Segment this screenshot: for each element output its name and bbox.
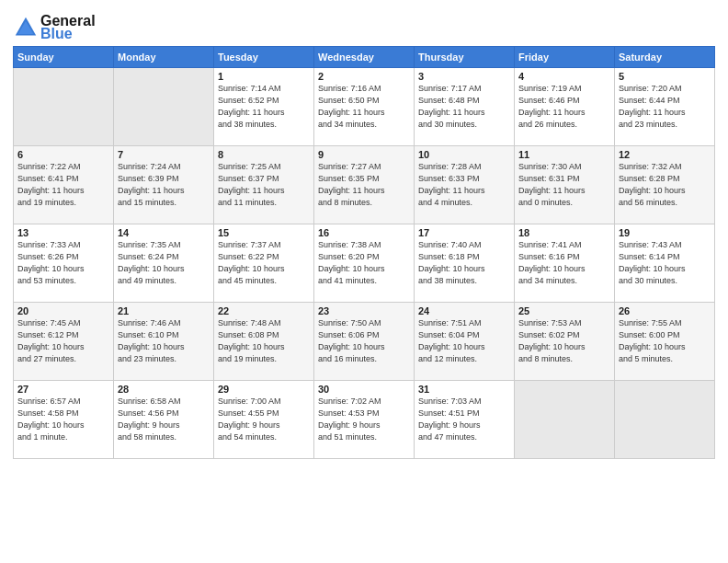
week-row-4: 20Sunrise: 7:45 AM Sunset: 6:12 PM Dayli… [14,303,715,381]
week-row-1: 1Sunrise: 7:14 AM Sunset: 6:52 PM Daylig… [14,68,715,146]
page-container: General Blue SundayMondayTuesdayWednesda… [0,0,728,465]
day-number: 28 [118,384,210,395]
day-cell: 29Sunrise: 7:00 AM Sunset: 4:55 PM Dayli… [214,381,314,459]
day-number: 21 [118,305,210,316]
day-cell: 13Sunrise: 7:33 AM Sunset: 6:26 PM Dayli… [14,224,114,303]
day-number: 3 [418,71,510,82]
day-cell: 19Sunrise: 7:43 AM Sunset: 6:14 PM Dayli… [615,224,715,303]
day-cell [515,381,615,459]
day-number: 6 [17,149,109,160]
day-number: 25 [518,305,610,316]
weekday-header-sunday: Sunday [14,47,114,68]
weekday-header-row: SundayMondayTuesdayWednesdayThursdayFrid… [14,47,715,68]
day-cell: 22Sunrise: 7:48 AM Sunset: 6:08 PM Dayli… [214,303,314,381]
day-number: 27 [17,384,109,395]
day-number: 9 [318,149,410,160]
logo-icon [13,15,39,40]
weekday-header-wednesday: Wednesday [314,47,415,68]
day-cell: 25Sunrise: 7:53 AM Sunset: 6:02 PM Dayli… [515,303,615,381]
day-info: Sunrise: 7:55 AM Sunset: 6:00 PM Dayligh… [619,317,711,365]
day-cell: 20Sunrise: 7:45 AM Sunset: 6:12 PM Dayli… [14,303,114,381]
day-number: 26 [619,305,711,316]
day-cell: 12Sunrise: 7:32 AM Sunset: 6:28 PM Dayli… [615,146,715,224]
day-info: Sunrise: 7:35 AM Sunset: 6:24 PM Dayligh… [118,239,210,287]
day-info: Sunrise: 7:41 AM Sunset: 6:16 PM Dayligh… [518,239,610,287]
day-number: 17 [418,227,510,238]
day-info: Sunrise: 7:27 AM Sunset: 6:35 PM Dayligh… [318,161,410,209]
day-number: 15 [218,227,310,238]
day-cell [615,381,715,459]
day-cell: 16Sunrise: 7:38 AM Sunset: 6:20 PM Dayli… [314,224,415,303]
day-number: 23 [318,305,410,316]
day-info: Sunrise: 6:57 AM Sunset: 4:58 PM Dayligh… [17,396,109,443]
day-number: 1 [218,71,310,82]
day-info: Sunrise: 7:24 AM Sunset: 6:39 PM Dayligh… [118,161,210,209]
logo: General Blue [13,13,96,42]
day-info: Sunrise: 7:40 AM Sunset: 6:18 PM Dayligh… [418,239,510,287]
day-cell: 18Sunrise: 7:41 AM Sunset: 6:16 PM Dayli… [515,224,615,303]
day-number: 4 [518,71,610,82]
day-info: Sunrise: 7:03 AM Sunset: 4:51 PM Dayligh… [418,396,510,443]
day-number: 10 [418,149,510,160]
week-row-5: 27Sunrise: 6:57 AM Sunset: 4:58 PM Dayli… [14,381,715,459]
day-cell: 23Sunrise: 7:50 AM Sunset: 6:06 PM Dayli… [314,303,415,381]
weekday-header-monday: Monday [114,47,214,68]
day-info: Sunrise: 7:43 AM Sunset: 6:14 PM Dayligh… [619,239,711,287]
day-cell: 24Sunrise: 7:51 AM Sunset: 6:04 PM Dayli… [415,303,515,381]
day-number: 13 [17,227,109,238]
day-info: Sunrise: 7:48 AM Sunset: 6:08 PM Dayligh… [218,317,310,365]
day-info: Sunrise: 7:28 AM Sunset: 6:33 PM Dayligh… [418,161,510,209]
day-number: 7 [118,149,210,160]
day-number: 31 [418,384,510,395]
day-info: Sunrise: 7:37 AM Sunset: 6:22 PM Dayligh… [218,239,310,287]
day-cell: 3Sunrise: 7:17 AM Sunset: 6:48 PM Daylig… [415,68,515,146]
day-cell: 1Sunrise: 7:14 AM Sunset: 6:52 PM Daylig… [214,68,314,146]
day-info: Sunrise: 7:19 AM Sunset: 6:46 PM Dayligh… [518,83,610,131]
day-cell: 17Sunrise: 7:40 AM Sunset: 6:18 PM Dayli… [415,224,515,303]
day-number: 18 [518,227,610,238]
week-row-2: 6Sunrise: 7:22 AM Sunset: 6:41 PM Daylig… [14,146,715,224]
day-cell: 28Sunrise: 6:58 AM Sunset: 4:56 PM Dayli… [114,381,214,459]
day-info: Sunrise: 7:46 AM Sunset: 6:10 PM Dayligh… [118,317,210,365]
day-cell: 21Sunrise: 7:46 AM Sunset: 6:10 PM Dayli… [114,303,214,381]
day-info: Sunrise: 7:45 AM Sunset: 6:12 PM Dayligh… [17,317,109,365]
day-cell [14,68,114,146]
day-cell: 11Sunrise: 7:30 AM Sunset: 6:31 PM Dayli… [515,146,615,224]
day-info: Sunrise: 7:53 AM Sunset: 6:02 PM Dayligh… [518,317,610,365]
weekday-header-tuesday: Tuesday [214,47,314,68]
day-info: Sunrise: 7:17 AM Sunset: 6:48 PM Dayligh… [418,83,510,131]
day-cell: 15Sunrise: 7:37 AM Sunset: 6:22 PM Dayli… [214,224,314,303]
day-info: Sunrise: 7:38 AM Sunset: 6:20 PM Dayligh… [318,239,410,287]
day-cell: 9Sunrise: 7:27 AM Sunset: 6:35 PM Daylig… [314,146,415,224]
week-row-3: 13Sunrise: 7:33 AM Sunset: 6:26 PM Dayli… [14,224,715,303]
day-info: Sunrise: 7:51 AM Sunset: 6:04 PM Dayligh… [418,317,510,365]
day-number: 8 [218,149,310,160]
day-cell: 27Sunrise: 6:57 AM Sunset: 4:58 PM Dayli… [14,381,114,459]
day-cell: 30Sunrise: 7:02 AM Sunset: 4:53 PM Dayli… [314,381,415,459]
day-number: 29 [218,384,310,395]
day-info: Sunrise: 7:33 AM Sunset: 6:26 PM Dayligh… [17,239,109,287]
day-cell: 4Sunrise: 7:19 AM Sunset: 6:46 PM Daylig… [515,68,615,146]
day-info: Sunrise: 7:20 AM Sunset: 6:44 PM Dayligh… [619,83,711,131]
day-number: 30 [318,384,410,395]
day-cell: 14Sunrise: 7:35 AM Sunset: 6:24 PM Dayli… [114,224,214,303]
day-info: Sunrise: 7:14 AM Sunset: 6:52 PM Dayligh… [218,83,310,131]
day-number: 24 [418,305,510,316]
day-info: Sunrise: 7:00 AM Sunset: 4:55 PM Dayligh… [218,396,310,443]
day-number: 20 [17,305,109,316]
day-number: 14 [118,227,210,238]
day-info: Sunrise: 7:30 AM Sunset: 6:31 PM Dayligh… [518,161,610,209]
weekday-header-saturday: Saturday [615,47,715,68]
day-info: Sunrise: 7:25 AM Sunset: 6:37 PM Dayligh… [218,161,310,209]
weekday-header-thursday: Thursday [415,47,515,68]
day-info: Sunrise: 7:22 AM Sunset: 6:41 PM Dayligh… [17,161,109,209]
day-cell: 10Sunrise: 7:28 AM Sunset: 6:33 PM Dayli… [415,146,515,224]
day-cell: 2Sunrise: 7:16 AM Sunset: 6:50 PM Daylig… [314,68,415,146]
day-number: 12 [619,149,711,160]
day-info: Sunrise: 6:58 AM Sunset: 4:56 PM Dayligh… [118,396,210,443]
day-cell [114,68,214,146]
day-cell: 26Sunrise: 7:55 AM Sunset: 6:00 PM Dayli… [615,303,715,381]
day-cell: 8Sunrise: 7:25 AM Sunset: 6:37 PM Daylig… [214,146,314,224]
day-info: Sunrise: 7:16 AM Sunset: 6:50 PM Dayligh… [318,83,410,131]
day-info: Sunrise: 7:50 AM Sunset: 6:06 PM Dayligh… [318,317,410,365]
